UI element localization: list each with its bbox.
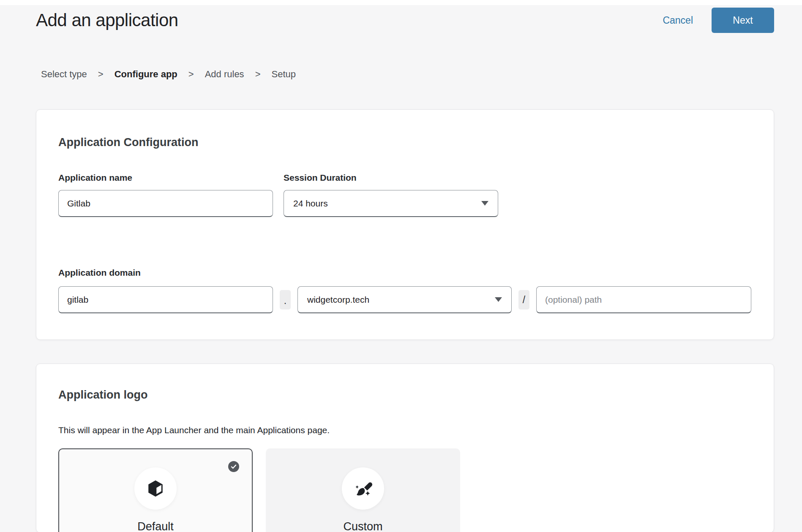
breadcrumb-separator: > [188,70,194,79]
path-input[interactable] [536,286,751,313]
logo-option-tiles: Default Custom [58,448,752,532]
session-duration-value: 24 hours [293,198,328,209]
selected-check-badge [228,461,239,472]
logo-option-custom[interactable]: Custom [266,448,460,532]
page-title: Add an application [36,10,178,30]
logo-option-label: Custom [343,520,382,532]
cube-icon [146,479,165,498]
top-strip [0,0,802,5]
dot-separator: . [280,290,291,309]
add-application-page: Add an application Cancel Next Select ty… [0,0,802,532]
application-name-label: Application name [58,173,273,183]
domain-select[interactable]: widgetcorp.tech [297,286,512,313]
application-name-field: Application name [58,173,273,217]
application-logo-heading: Application logo [58,388,752,401]
check-icon [231,464,237,469]
application-name-input[interactable] [58,190,273,217]
breadcrumb-step-setup[interactable]: Setup [271,70,296,79]
application-domain-row: Application domain . widgetcorp.tech / [58,268,752,313]
breadcrumb-step-add-rules[interactable]: Add rules [205,70,244,79]
logo-option-label: Default [137,520,174,532]
breadcrumb: Select type > Configure app > Add rules … [41,70,802,79]
application-logo-description: This will appear in the App Launcher and… [58,425,752,435]
chevron-down-icon [495,297,502,302]
name-session-row: Application name Session Duration 24 hou… [58,173,752,217]
paintbrush-icon [352,478,374,499]
domain-value: widgetcorp.tech [307,295,369,305]
page-header: Add an application Cancel Next [0,5,802,35]
chevron-down-icon [481,201,488,206]
logo-option-default[interactable]: Default [58,448,253,532]
next-button[interactable]: Next [712,8,774,33]
application-domain-label: Application domain [58,268,752,278]
session-duration-field: Session Duration 24 hours [284,173,498,217]
custom-logo-circle [342,467,384,510]
session-duration-select[interactable]: 24 hours [284,190,498,217]
breadcrumb-separator: > [98,70,104,79]
cancel-button[interactable]: Cancel [663,15,693,26]
domain-inputs: . widgetcorp.tech / [58,286,752,313]
default-logo-circle [134,467,177,510]
subdomain-input[interactable] [58,286,273,313]
breadcrumb-step-select-type[interactable]: Select type [41,70,87,79]
application-configuration-heading: Application Configuration [58,136,752,149]
application-logo-card: Application logo This will appear in the… [36,364,774,532]
breadcrumb-step-configure-app[interactable]: Configure app [115,70,177,79]
session-duration-label: Session Duration [284,173,498,183]
application-configuration-card: Application Configuration Application na… [36,109,774,340]
slash-separator: / [518,290,529,309]
header-actions: Cancel Next [663,8,774,33]
breadcrumb-separator: > [255,70,261,79]
